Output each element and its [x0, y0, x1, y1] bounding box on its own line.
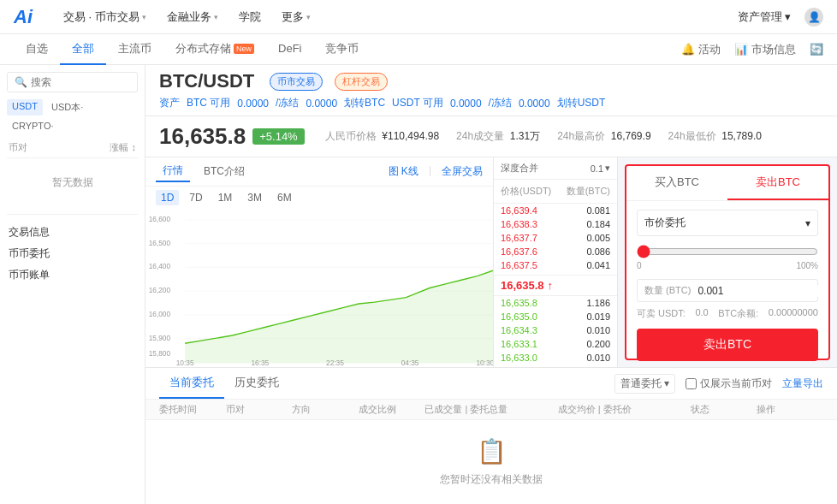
- sell-tab[interactable]: 卖出BTC: [727, 166, 828, 200]
- bid-row-1[interactable]: 16,635.00.019: [494, 310, 617, 323]
- btc-frozen-label: /冻结: [276, 96, 299, 110]
- currency-filter-tabs: USDT USD本· CRYPTO·: [7, 99, 138, 133]
- price-change-badge: +5.14%: [252, 128, 304, 145]
- btc-available: 0.0000: [237, 98, 269, 110]
- chart-tab-bar: 行情 BTC介绍 图 K线 | 全屏交易: [145, 157, 493, 187]
- logo[interactable]: Ai: [14, 6, 33, 28]
- tab-usd[interactable]: USD本·: [46, 99, 88, 116]
- svg-text:04:35: 04:35: [401, 359, 419, 367]
- tab-crypto[interactable]: CRYPTO·: [7, 119, 59, 133]
- svg-text:16:35: 16:35: [251, 359, 269, 367]
- sell-button[interactable]: 卖出BTC: [637, 329, 818, 361]
- transfer-btc-button[interactable]: 划转BTC: [344, 96, 385, 110]
- activity-button[interactable]: 🔔 活动: [681, 42, 721, 57]
- search-icon: 🔍: [15, 76, 27, 88]
- tab-current-orders[interactable]: 当前委托: [159, 368, 224, 399]
- time-period-tabs: 1D 7D 1M 3M 6M: [145, 187, 493, 209]
- high-value: 16,769.9: [611, 130, 651, 142]
- nav-right: 资产管理 ▾ 👤: [738, 8, 823, 27]
- nav-trade-arrow: ▾: [142, 13, 146, 21]
- current-pair-filter[interactable]: 仅展示当前币对: [686, 377, 772, 391]
- refresh-button[interactable]: 🔄: [810, 43, 823, 56]
- time-1d[interactable]: 1D: [156, 190, 179, 205]
- time-7d[interactable]: 7D: [184, 190, 207, 205]
- sidebar-trade-info[interactable]: 交易信息: [7, 222, 138, 243]
- ask-row-2[interactable]: 16,637.70.005: [494, 231, 617, 245]
- depth-value[interactable]: 0.1 ▾: [591, 163, 610, 174]
- export-button[interactable]: 立量导出: [782, 377, 823, 391]
- ask-row-1[interactable]: 16,638.30.184: [494, 217, 617, 231]
- ask-row-0[interactable]: 16,639.40.081: [494, 204, 617, 217]
- tab-mainstream[interactable]: 主流币: [106, 34, 163, 65]
- time-6m[interactable]: 6M: [272, 190, 297, 205]
- sidebar-account[interactable]: 币币账单: [7, 264, 138, 286]
- fullscreen-button[interactable]: 全屏交易: [442, 164, 483, 179]
- cny-price: 人民币价格 ¥110,494.98: [325, 129, 439, 144]
- ask-row-3[interactable]: 16,637.60.086: [494, 245, 617, 258]
- nav-more[interactable]: 更多 ▾: [271, 0, 321, 34]
- btc-frozen: 0.0000: [306, 98, 337, 110]
- sidebar-orders[interactable]: 币币委托: [7, 243, 138, 264]
- nav-finance[interactable]: 金融业务 ▾: [157, 0, 229, 34]
- sidebar-footer: 交易信息 币币委托 币币账单: [7, 214, 138, 286]
- nav-academy[interactable]: 学院: [229, 0, 271, 34]
- quantity-input[interactable]: [698, 285, 826, 297]
- usdt-frozen: 0.0000: [519, 98, 550, 110]
- svg-text:16,400: 16,400: [149, 262, 171, 270]
- bid-row-2[interactable]: 16,634.30.010: [494, 323, 617, 337]
- svg-text:22:35: 22:35: [326, 359, 344, 367]
- low-24h: 24h最低价 15,789.0: [668, 129, 762, 144]
- chart-section: 行情 BTC介绍 图 K线 | 全屏交易 1D 7D 1M 3M 6M: [145, 157, 494, 367]
- svg-text:15,900: 15,900: [149, 334, 171, 342]
- asset-management-button[interactable]: 资产管理 ▾: [738, 9, 791, 25]
- tab-defi[interactable]: DeFi: [266, 34, 313, 65]
- ask-row-4[interactable]: 16,637.50.041: [494, 258, 617, 272]
- depth-header: 深度合并 0.1 ▾: [494, 157, 617, 180]
- time-1m[interactable]: 1M: [213, 190, 238, 205]
- tab-market[interactable]: 行情: [156, 161, 190, 182]
- col-avg-price: 成交均价 | 委托价: [558, 403, 691, 416]
- col-fill-ratio: 成交比例: [359, 403, 425, 416]
- usdt-frozen-label: /冻结: [489, 96, 512, 110]
- tab-all[interactable]: 全部: [60, 34, 106, 65]
- ticker-bar: BTC/USDT 币市交易 杠杆交易 资产 BTC 可用 0.0000 /冻结 …: [145, 65, 837, 116]
- tab-distributed[interactable]: 分布式存储 New: [163, 34, 266, 65]
- nav-trade[interactable]: 交易 · 币市交易 ▾: [53, 0, 157, 34]
- market-info-button[interactable]: 📊 市场信息: [734, 42, 796, 57]
- col-time: 委托时间: [159, 403, 226, 416]
- price-chart: 16,600 16,500 16,400 16,200 16,000 15,90…: [145, 209, 493, 367]
- tab-usdt[interactable]: USDT: [7, 99, 43, 116]
- leverage-badge[interactable]: 杠杆交易: [335, 73, 388, 91]
- svg-text:16,500: 16,500: [149, 239, 171, 247]
- amount-slider[interactable]: [637, 245, 818, 258]
- transfer-usdt-button[interactable]: 划转USDT: [557, 96, 606, 110]
- trade-tabs: 买入BTC 卖出BTC: [626, 166, 828, 201]
- kline-button[interactable]: 图 K线: [389, 164, 418, 179]
- tab-favorites[interactable]: 自选: [14, 34, 60, 65]
- time-3m[interactable]: 3M: [242, 190, 267, 205]
- current-pair-checkbox[interactable]: [686, 378, 697, 389]
- trade-form: 市价委托 ▾ 0 100% 数量 (BTC): [626, 201, 828, 367]
- order-type-select[interactable]: 市价委托 ▾: [637, 210, 818, 236]
- main-content: BTC/USDT 币市交易 杠杆交易 资产 BTC 可用 0.0000 /冻结 …: [145, 65, 837, 504]
- buy-tab[interactable]: 买入BTC: [626, 166, 727, 200]
- empty-text: 您暂时还没有相关数据: [440, 472, 543, 487]
- tab-history-orders[interactable]: 历史委托: [224, 368, 289, 399]
- bottom-tab-group: 当前委托 历史委托: [159, 368, 289, 399]
- ask-orders: 16,639.40.081 16,638.30.184 16,637.70.00…: [494, 204, 617, 275]
- price-display: 16,635.8 +5.14%: [159, 123, 305, 150]
- bid-row-0[interactable]: 16,635.81.186: [494, 296, 617, 310]
- tab-altcoin[interactable]: 竞争币: [313, 34, 371, 65]
- user-avatar[interactable]: 👤: [804, 8, 823, 27]
- bid-row-3[interactable]: 16,633.10.200: [494, 337, 617, 351]
- asset-label: 资产: [159, 96, 180, 110]
- bid-row-4[interactable]: 16,633.00.010: [494, 351, 617, 365]
- search-input[interactable]: [31, 76, 130, 88]
- quantity-input-row: 数量 (BTC): [637, 279, 818, 302]
- sidebar: 🔍 USDT USD本· CRYPTO· 币对 涨幅 ↕ 暂无数据 交易信息 币…: [0, 65, 145, 504]
- select-arrow: ▾: [805, 217, 810, 229]
- spot-badge[interactable]: 币市交易: [270, 73, 323, 91]
- tab-btc-intro[interactable]: BTC介绍: [197, 162, 252, 181]
- order-filter-select[interactable]: 普通委托 ▾: [614, 374, 675, 394]
- search-box[interactable]: 🔍: [7, 72, 138, 92]
